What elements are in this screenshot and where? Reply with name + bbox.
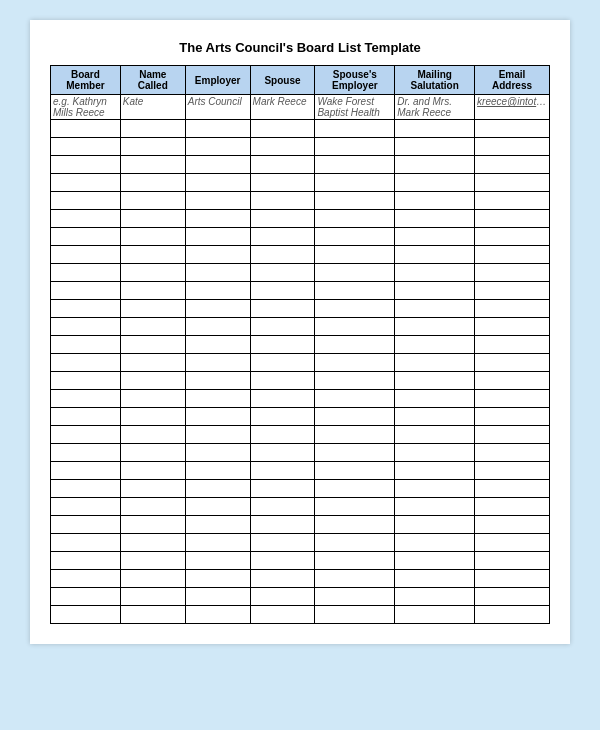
example-employer: Arts Council — [185, 95, 250, 120]
table-row — [51, 138, 550, 156]
example-name-called: Kate — [120, 95, 185, 120]
table-row — [51, 480, 550, 498]
table-row — [51, 390, 550, 408]
table-row — [51, 534, 550, 552]
table-row — [51, 318, 550, 336]
table-row — [51, 246, 550, 264]
page: The Arts Council's Board List Template B… — [30, 20, 570, 644]
table-row — [51, 606, 550, 624]
example-email-address: kreece@intoth... — [475, 95, 550, 120]
table-row — [51, 570, 550, 588]
table-row — [51, 372, 550, 390]
table-row — [51, 426, 550, 444]
header-employer: Employer — [185, 66, 250, 95]
table-row — [51, 210, 550, 228]
table-row — [51, 462, 550, 480]
table-row — [51, 228, 550, 246]
example-row: e.g. Kathryn Mills Reece Kate Arts Counc… — [51, 95, 550, 120]
table-row — [51, 264, 550, 282]
table-row — [51, 354, 550, 372]
header-spouses-employer: Spouse'sEmployer — [315, 66, 395, 95]
table-row — [51, 552, 550, 570]
example-board-member: e.g. Kathryn Mills Reece — [51, 95, 121, 120]
header-name-called: Name Called — [120, 66, 185, 95]
example-spouse: Mark Reece — [250, 95, 315, 120]
header-mailing-salutation: MailingSalutation — [395, 66, 475, 95]
example-mailing-salutation: Dr. and Mrs. Mark Reece — [395, 95, 475, 120]
header-board-member: BoardMember — [51, 66, 121, 95]
table-row — [51, 174, 550, 192]
example-spouses-employer: Wake Forest Baptist Health — [315, 95, 395, 120]
header-row: BoardMember Name Called Employer Spouse … — [51, 66, 550, 95]
table-row — [51, 408, 550, 426]
table-row — [51, 516, 550, 534]
table-row — [51, 156, 550, 174]
table-row — [51, 282, 550, 300]
table-row — [51, 300, 550, 318]
table-row — [51, 588, 550, 606]
page-title: The Arts Council's Board List Template — [50, 40, 550, 55]
header-email-address: EmailAddress — [475, 66, 550, 95]
table-row — [51, 444, 550, 462]
table-row — [51, 498, 550, 516]
table-row — [51, 120, 550, 138]
table-row — [51, 192, 550, 210]
table-row — [51, 336, 550, 354]
board-list-table: BoardMember Name Called Employer Spouse … — [50, 65, 550, 624]
header-spouse: Spouse — [250, 66, 315, 95]
